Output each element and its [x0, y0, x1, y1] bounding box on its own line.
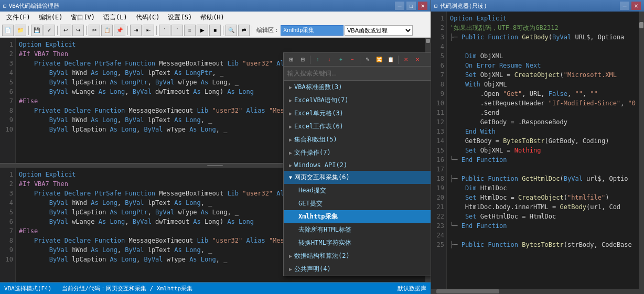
dd-btn-9[interactable]: 📋: [385, 55, 396, 65]
menu-item-public-decl[interactable]: ▶ 公共声明(4): [284, 263, 431, 276]
editor-zone-input[interactable]: [281, 25, 344, 36]
menu-item-public-decl-label: 公共声明(4): [294, 265, 331, 274]
menu-item-xmlhttp-label: Xmlhttp采集: [298, 212, 338, 221]
run-btn[interactable]: ▶: [197, 25, 208, 36]
left-restore-btn[interactable]: □: [406, 2, 416, 10]
function-dropdown-menu[interactable]: ⊞ ⊟ ↑ ↓ + − ✎ 🔀 📋 ✕: [283, 52, 431, 276]
dd-btn-1[interactable]: ⊞: [286, 55, 296, 65]
main-toolbar: 📄 📁 💾 ✓ ↩ ↪ ✂ 📋 📌 ⇥ ⇤ ' ' ≡ ▶: [0, 23, 431, 38]
menu-item-data-struct[interactable]: ▶ 数据结构和算法(2): [284, 249, 431, 263]
dd-btn-10[interactable]: ✕: [401, 55, 411, 65]
right-code-editor[interactable]: 12345 678910 1112131415 1617181920 21222…: [431, 12, 644, 289]
uncomment-btn[interactable]: ': [171, 25, 183, 36]
right-close-btn[interactable]: ✕: [631, 2, 641, 10]
replace-btn[interactable]: ⇄: [238, 25, 250, 36]
new-btn[interactable]: 📄: [2, 25, 14, 36]
menu-code[interactable]: 代码(C): [132, 12, 164, 23]
status-mode: VBA选择模式(F4): [4, 285, 51, 292]
menu-item-excel-sheet-label: Excel工作表(6): [294, 122, 344, 131]
editors-area: 12345 678910 Option Explicit #If VBA7 Th…: [0, 38, 431, 282]
menu-item-windows-api[interactable]: ▶ Windows API(2): [284, 159, 431, 171]
menu-file[interactable]: 文件(F): [2, 12, 35, 23]
r-line-21: HtmlDoc.body.innerHTML = GetBody(url, Co…: [450, 202, 636, 212]
right-minimize-btn[interactable]: ─: [620, 2, 629, 10]
menu-edit[interactable]: 编辑(E): [35, 12, 67, 23]
bottom-editor-scrollbar-h[interactable]: [16, 282, 431, 282]
comment-btn[interactable]: ': [159, 25, 170, 36]
status-current-group: 当前分组/代码：网页交互和采集 / Xmlhttp采集: [62, 285, 192, 292]
dd-sep1: [310, 56, 310, 64]
r-line-4: [450, 42, 636, 51]
outdent-btn[interactable]: ⇤: [143, 25, 154, 36]
search-box-row: 🔍: [284, 67, 431, 81]
undo-btn[interactable]: ↩: [60, 25, 71, 36]
r-line-16: └─ End Function: [450, 155, 636, 165]
left-close-btn[interactable]: ✕: [418, 2, 427, 10]
dd-btn-5[interactable]: +: [336, 55, 346, 65]
find-btn[interactable]: 🔍: [226, 25, 237, 36]
sep2: [57, 26, 58, 35]
right-panel: ⊞ 代码浏览器(只读) ─ ✕ 12345 678910 1112131415 …: [431, 0, 644, 294]
tree-expand-icon-7: ▶: [289, 162, 292, 168]
save-btn[interactable]: 💾: [31, 25, 42, 36]
menu-bar: 文件(F) 编辑(E) 窗口(V) 语言(L) 代码(C) 设置(S) 帮助(H…: [0, 12, 431, 23]
indent-btn[interactable]: ⇥: [130, 25, 142, 36]
top-line-numbers: 12345 678910: [0, 38, 16, 163]
menu-item-excel-cell[interactable]: ▶ Excel单元格(3): [284, 107, 431, 120]
stop-btn[interactable]: ■: [209, 25, 221, 36]
tree-expand-icon-8: ▶: [289, 253, 292, 259]
dd-btn-3[interactable]: ↑: [313, 55, 323, 65]
menu-item-get[interactable]: GET提交: [284, 197, 431, 210]
dd-btn-2[interactable]: ⊟: [297, 55, 308, 65]
copy-btn[interactable]: 📋: [101, 25, 113, 36]
format-btn[interactable]: ≡: [184, 25, 196, 36]
menu-window[interactable]: 窗口(V): [67, 12, 99, 23]
r-line-22: Set GetHtmlDoc = HtmlDoc: [450, 212, 636, 221]
redo-btn[interactable]: ↪: [72, 25, 84, 36]
open-btn[interactable]: 📁: [15, 25, 26, 36]
left-minimize-btn[interactable]: ─: [395, 2, 404, 10]
tree-expand-icon-4: ▶: [289, 124, 292, 129]
menu-item-web[interactable]: ▼ 网页交互和采集(6): [284, 171, 431, 184]
menu-item-convert-html-label: 转换HTML字符实体: [298, 238, 351, 247]
dd-btn-7[interactable]: ✎: [362, 55, 373, 65]
r-line-2: '如果出现乱码，UTF-8可改为GB2312: [450, 23, 636, 32]
menu-language[interactable]: 语言(L): [99, 12, 132, 23]
r-line-9: .Open "Get", URL, False, "", "": [450, 89, 636, 99]
menu-item-remove-html[interactable]: 去除所有HTML标签: [284, 223, 431, 236]
menu-help[interactable]: 帮助(H): [196, 12, 229, 23]
dd-btn-4[interactable]: ↓: [324, 55, 335, 65]
check-btn[interactable]: ✓: [44, 25, 55, 36]
cut-btn[interactable]: ✂: [89, 25, 100, 36]
menu-settings[interactable]: 设置(S): [164, 12, 196, 23]
r-line-7: Set ObjXML = CreateObject("Microsoft.XML: [450, 70, 636, 80]
dd-btn-11[interactable]: ✕: [412, 55, 423, 65]
menu-item-excel-vba-label: ExcelVBA语句(7): [294, 96, 348, 105]
menu-item-collection[interactable]: ▶ 集合和数组(5): [284, 133, 431, 146]
menu-item-windows-api-label: Windows API(2): [294, 161, 347, 169]
menu-item-xmlhttp[interactable]: Xmlhttp采集: [284, 210, 431, 223]
dd-btn-8[interactable]: 🔀: [374, 55, 384, 65]
menu-item-file-ops[interactable]: ▶ 文件操作(7): [284, 146, 431, 159]
left-title-icon: ⊞: [3, 3, 7, 9]
menu-item-head[interactable]: Head提交: [284, 184, 431, 197]
code-line-1: Option Explicit: [19, 40, 422, 49]
sep3: [86, 26, 87, 35]
menu-item-vba-std[interactable]: ▶ VBA标准函数(3): [284, 81, 431, 94]
r-line-1: Option Explicit: [450, 14, 636, 23]
search-input[interactable]: [285, 69, 431, 78]
menu-item-excel-vba[interactable]: ▶ ExcelVBA语句(7): [284, 94, 431, 107]
dd-btn-6[interactable]: −: [347, 55, 358, 65]
menu-item-convert-html[interactable]: 转换HTML字符实体: [284, 236, 431, 249]
vba-function-select[interactable]: VBA函数或过程: [345, 25, 413, 36]
right-scrollbar-h[interactable]: [431, 289, 644, 294]
tree-expand-icon-5: ▶: [289, 137, 292, 143]
r-line-13: End With: [450, 127, 636, 136]
menu-item-excel-sheet[interactable]: ▶ Excel工作表(6): [284, 120, 431, 133]
right-scrollbar-v[interactable]: [639, 12, 644, 289]
paste-btn[interactable]: 📌: [114, 25, 125, 36]
left-title-text: VBA代码编辑管理器: [9, 2, 60, 10]
right-code-content[interactable]: Option Explicit '如果出现乱码，UTF-8可改为GB2312 ├…: [447, 12, 639, 289]
r-line-20: Set HtmlDoc = CreateObject("htmlfile"): [450, 193, 636, 202]
menu-item-get-label: GET提交: [298, 199, 323, 208]
